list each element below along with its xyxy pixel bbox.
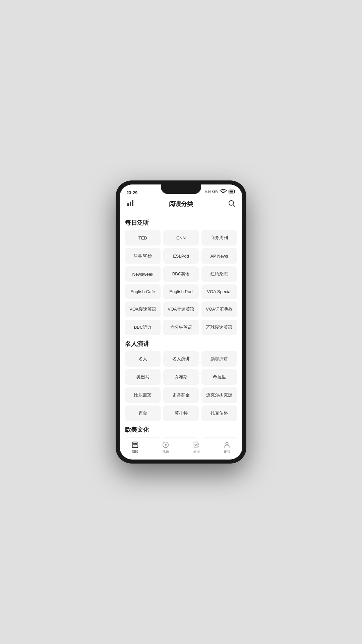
svg-rect-3	[127, 203, 129, 206]
grid-item-daily-listening-8[interactable]: 纽约杂志	[201, 266, 237, 282]
grid-item-daily-listening-16[interactable]: 六分钟英语	[163, 320, 199, 335]
bottom-nav: 阅读 视频 D 单词	[120, 438, 242, 460]
search-button[interactable]	[228, 199, 236, 209]
grid-item-celebrity-speeches-5[interactable]: 希拉里	[201, 369, 237, 385]
grid-item-daily-listening-12[interactable]: VOA慢速英语	[125, 302, 161, 317]
svg-point-19	[226, 442, 228, 445]
nav-video[interactable]: 视频	[162, 441, 169, 454]
grid-item-daily-listening-7[interactable]: BBC英语	[163, 266, 199, 282]
stats-button[interactable]	[126, 199, 134, 209]
grid-item-celebrity-speeches-7[interactable]: 史蒂芬金	[163, 387, 199, 403]
grid-item-celebrity-speeches-9[interactable]: 霍金	[125, 406, 161, 421]
svg-line-7	[233, 205, 235, 207]
status-icons: 0.30 KB/s	[205, 188, 236, 195]
content-area: 每日泛听TEDCNN商务周刊科学60秒ESLPodAP NewsNewsweek…	[120, 212, 242, 438]
grid-item-daily-listening-4[interactable]: ESLPod	[163, 248, 199, 264]
section-western-culture: 欧美文化英国文化美国文化美国总统	[125, 426, 237, 438]
grid-item-celebrity-speeches-8[interactable]: 迈克尔杰克逊	[201, 387, 237, 403]
page-title: 阅读分类	[169, 200, 193, 208]
grid-item-daily-listening-13[interactable]: VOA常速英语	[163, 302, 199, 317]
svg-rect-2	[230, 191, 233, 193]
grid-item-daily-listening-10[interactable]: English Pod	[163, 284, 199, 299]
section-daily-listening: 每日泛听TEDCNN商务周刊科学60秒ESLPodAP NewsNewsweek…	[125, 219, 237, 335]
section-title-celebrity-speeches: 名人演讲	[125, 340, 237, 348]
header: 阅读分类	[120, 197, 242, 212]
grid-item-daily-listening-9[interactable]: English Cafe	[125, 284, 161, 299]
grid-item-daily-listening-5[interactable]: AP News	[201, 248, 237, 264]
search-icon	[228, 199, 236, 207]
battery-icon	[228, 188, 236, 195]
nav-vocabulary-label: 单词	[193, 449, 200, 454]
wifi-icon	[220, 188, 227, 195]
reading-icon	[131, 441, 139, 448]
svg-point-0	[223, 194, 224, 194]
grid-item-daily-listening-3[interactable]: 科学60秒	[125, 248, 161, 264]
status-time: 23:29	[126, 190, 137, 195]
account-icon	[223, 441, 231, 448]
nav-account[interactable]: 账号	[223, 441, 231, 454]
stats-icon	[126, 199, 134, 207]
grid-item-celebrity-speeches-6[interactable]: 比尔盖茨	[125, 387, 161, 403]
section-title-daily-listening: 每日泛听	[125, 219, 237, 227]
grid-item-daily-listening-0[interactable]: TED	[125, 230, 161, 246]
grid-item-celebrity-speeches-3[interactable]: 奥巴马	[125, 369, 161, 385]
section-title-western-culture: 欧美文化	[125, 426, 237, 434]
video-icon	[162, 441, 169, 448]
nav-account-label: 账号	[224, 449, 230, 454]
grid-celebrity-speeches: 名人名人演讲励志演讲奥巴马乔布斯希拉里比尔盖茨史蒂芬金迈克尔杰克逊霍金莫扎特扎克…	[125, 351, 237, 421]
svg-rect-5	[132, 200, 133, 206]
grid-daily-listening: TEDCNN商务周刊科学60秒ESLPodAP NewsNewsweekBBC英…	[125, 230, 237, 335]
grid-item-daily-listening-6[interactable]: Newsweek	[125, 266, 161, 282]
grid-item-celebrity-speeches-10[interactable]: 莫扎特	[163, 406, 199, 421]
nav-video-label: 视频	[162, 449, 169, 454]
vocabulary-icon: D	[193, 441, 200, 448]
grid-item-celebrity-speeches-11[interactable]: 扎克伯格	[201, 406, 237, 421]
grid-item-daily-listening-17[interactable]: 环球慢速英语	[201, 320, 237, 335]
grid-item-daily-listening-11[interactable]: VOA Special	[201, 284, 237, 299]
grid-item-celebrity-speeches-1[interactable]: 名人演讲	[163, 351, 199, 367]
grid-item-celebrity-speeches-4[interactable]: 乔布斯	[163, 369, 199, 385]
section-celebrity-speeches: 名人演讲名人名人演讲励志演讲奥巴马乔布斯希拉里比尔盖茨史蒂芬金迈克尔杰克逊霍金莫…	[125, 340, 237, 421]
nav-vocabulary[interactable]: D 单词	[193, 441, 200, 454]
network-speed: 0.30 KB/s	[205, 190, 218, 193]
nav-reading[interactable]: 阅读	[131, 441, 139, 454]
grid-item-daily-listening-15[interactable]: BBC听力	[125, 320, 161, 335]
svg-marker-13	[165, 443, 167, 446]
svg-text:D: D	[195, 443, 197, 446]
grid-item-daily-listening-2[interactable]: 商务周刊	[201, 230, 237, 246]
grid-item-celebrity-speeches-0[interactable]: 名人	[125, 351, 161, 367]
nav-reading-label: 阅读	[132, 449, 138, 454]
grid-item-daily-listening-14[interactable]: VOA词汇典故	[201, 302, 237, 317]
grid-item-celebrity-speeches-2[interactable]: 励志演讲	[201, 351, 237, 367]
svg-rect-4	[130, 202, 131, 206]
grid-item-daily-listening-1[interactable]: CNN	[163, 230, 199, 246]
